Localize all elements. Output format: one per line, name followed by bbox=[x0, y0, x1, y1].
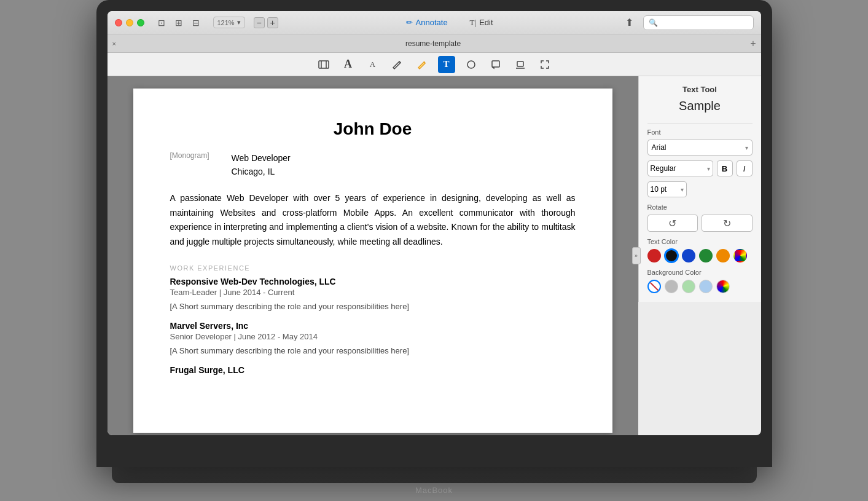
bg-light-green[interactable] bbox=[682, 280, 695, 293]
color-blue[interactable] bbox=[682, 249, 695, 262]
job-summary-1: [A Short summary describing the role and… bbox=[170, 302, 576, 311]
expand-icon[interactable] bbox=[536, 56, 553, 73]
laptop-base bbox=[112, 467, 757, 483]
tab-close-button[interactable]: × bbox=[112, 40, 116, 47]
bg-color-swatches bbox=[647, 280, 753, 293]
stamp-icon[interactable] bbox=[512, 56, 529, 73]
font-size-select[interactable]: 10 pt ▾ bbox=[647, 181, 687, 197]
bg-color-label: Background Color bbox=[647, 269, 753, 276]
company-1: Responsive Web-Dev Technologies, LLC bbox=[170, 277, 576, 286]
shape-icon[interactable] bbox=[463, 56, 480, 73]
document-title: John Doe bbox=[170, 119, 576, 139]
company-3: Frugal Surge, LLC bbox=[170, 365, 576, 375]
font-section-label: Font bbox=[647, 128, 753, 136]
document-page: John Doe [Monogram] Web Developer Chicag… bbox=[133, 89, 612, 433]
document-area[interactable]: John Doe [Monogram] Web Developer Chicag… bbox=[108, 76, 638, 435]
tab-add-button[interactable]: + bbox=[750, 38, 756, 49]
right-panel-wrapper: » Text Tool Sample Font Arial ▾ bbox=[638, 76, 761, 435]
search-box[interactable]: 🔍 bbox=[643, 15, 754, 30]
tab-bar: × resume-template + bbox=[108, 34, 761, 53]
text-color-label: Text Color bbox=[647, 238, 753, 245]
font-value: Arial bbox=[652, 143, 667, 152]
svg-rect-3 bbox=[517, 61, 523, 66]
work-section-title: WORK EXPERIENCE bbox=[170, 264, 576, 272]
rotate-row: ↺ ↻ bbox=[647, 215, 753, 232]
right-panel: Text Tool Sample Font Arial ▾ Regular bbox=[638, 76, 761, 302]
strip-view-icon[interactable]: ⊟ bbox=[190, 18, 202, 28]
zoom-value: 121% bbox=[217, 19, 235, 26]
font-style-value: Regular bbox=[651, 164, 676, 173]
tab-title: resume-template bbox=[120, 39, 746, 48]
job-entry-2: Marvel Servers, Inc Senior Developer | J… bbox=[170, 321, 576, 355]
size-arrow: ▾ bbox=[681, 186, 684, 193]
macbook-label: MacBook bbox=[415, 486, 453, 495]
panel-divider-1 bbox=[647, 123, 753, 124]
toolbar: A A bbox=[108, 53, 761, 76]
svg-rect-2 bbox=[492, 61, 499, 67]
title-bar: ⊡ ⊞ ⊟ 121% ▾ − + ✏ A bbox=[108, 11, 761, 34]
annotate-icon: ✏ bbox=[406, 18, 413, 27]
job-summary-2: [A Short summary describing the role and… bbox=[170, 346, 576, 355]
italic-button[interactable]: I bbox=[737, 160, 753, 176]
title-bar-right: ⬆ 🔍 bbox=[621, 15, 754, 30]
document-meta: [Monogram] Web Developer Chicago, IL bbox=[170, 151, 576, 179]
company-2: Marvel Servers, Inc bbox=[170, 321, 576, 331]
sample-text: Sample bbox=[647, 99, 753, 113]
location: Chicago, IL bbox=[232, 165, 291, 178]
window-controls: ⊡ ⊞ ⊟ bbox=[155, 18, 202, 28]
job-entry-1: Responsive Web-Dev Technologies, LLC Tea… bbox=[170, 277, 576, 311]
panel-collapse-button[interactable]: » bbox=[632, 247, 641, 264]
text-small-icon[interactable]: A bbox=[364, 56, 381, 73]
color-black[interactable] bbox=[665, 249, 678, 262]
color-red[interactable] bbox=[647, 249, 661, 262]
panel-title: Text Tool bbox=[647, 85, 753, 94]
share-button[interactable]: ⬆ bbox=[621, 15, 638, 30]
note-icon[interactable] bbox=[487, 56, 504, 73]
font-size-value: 10 pt bbox=[651, 185, 667, 194]
color-green[interactable] bbox=[699, 249, 713, 262]
edit-label: Edit bbox=[479, 18, 493, 27]
highlight-icon[interactable] bbox=[413, 56, 431, 73]
document-summary: A passionate Web Developer with over 5 y… bbox=[170, 191, 576, 250]
font-select[interactable]: Arial ▾ bbox=[647, 140, 753, 156]
font-style-row: Regular ▾ B I bbox=[647, 160, 753, 176]
zoom-out-button[interactable]: − bbox=[254, 17, 265, 28]
close-button[interactable] bbox=[115, 19, 122, 26]
bold-button[interactable]: B bbox=[717, 160, 733, 176]
search-input[interactable] bbox=[660, 19, 748, 26]
job-entry-3: Frugal Surge, LLC bbox=[170, 365, 576, 375]
grid-view-icon[interactable]: ⊞ bbox=[173, 18, 185, 28]
annotate-button[interactable]: ✏ Annotate bbox=[401, 16, 453, 29]
zoom-control[interactable]: 121% ▾ bbox=[213, 17, 245, 28]
monogram: [Monogram] bbox=[170, 151, 219, 179]
text-large-icon[interactable]: A bbox=[340, 56, 357, 73]
rotate-ccw-button[interactable]: ↺ bbox=[647, 215, 698, 232]
search-icon: 🔍 bbox=[649, 18, 658, 27]
fullscreen-button[interactable] bbox=[137, 19, 144, 26]
bg-light-blue[interactable] bbox=[699, 280, 713, 293]
color-multicolor[interactable] bbox=[733, 249, 747, 262]
color-orange[interactable] bbox=[716, 249, 730, 262]
edit-icon: T| bbox=[470, 18, 477, 28]
sidebar-toggle-icon[interactable]: ⊡ bbox=[155, 18, 168, 28]
main-area: John Doe [Monogram] Web Developer Chicag… bbox=[108, 76, 761, 435]
font-style-select[interactable]: Regular ▾ bbox=[647, 160, 713, 176]
svg-point-1 bbox=[467, 61, 475, 68]
rotate-label: Rotate bbox=[647, 203, 753, 211]
text-color-swatches bbox=[647, 249, 753, 262]
bg-none[interactable] bbox=[647, 280, 661, 293]
zoom-arrow: ▾ bbox=[237, 18, 241, 26]
zoom-buttons: − + bbox=[254, 17, 278, 28]
text-tool-icon[interactable]: T bbox=[438, 56, 455, 73]
bg-gray[interactable] bbox=[665, 280, 678, 293]
zoom-in-button[interactable]: + bbox=[267, 17, 278, 28]
traffic-lights bbox=[115, 19, 144, 26]
resize-icon[interactable] bbox=[315, 56, 332, 73]
rotate-cw-button[interactable]: ↻ bbox=[702, 215, 753, 232]
contact-info: Web Developer Chicago, IL bbox=[232, 151, 291, 179]
svg-rect-0 bbox=[319, 61, 329, 68]
pencil-icon[interactable] bbox=[389, 56, 406, 73]
bg-multicolor[interactable] bbox=[716, 280, 730, 293]
minimize-button[interactable] bbox=[126, 19, 133, 26]
edit-button[interactable]: T| Edit bbox=[465, 16, 498, 30]
